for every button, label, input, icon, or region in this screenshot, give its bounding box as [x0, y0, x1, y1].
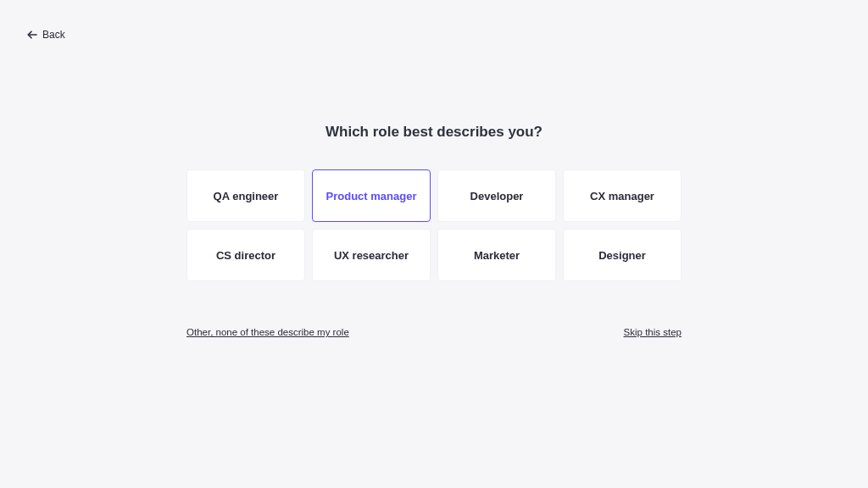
page-heading: Which role best describes you?	[186, 124, 682, 141]
back-label: Back	[42, 29, 65, 41]
role-card-label: Marketer	[474, 249, 520, 262]
footer-row: Other, none of these describe my role Sk…	[186, 327, 682, 337]
role-card-cs-director[interactable]: CS director	[186, 229, 305, 281]
role-card-developer[interactable]: Developer	[437, 169, 556, 222]
role-card-label: Designer	[598, 249, 646, 262]
role-card-cx-manager[interactable]: CX manager	[563, 169, 682, 222]
role-card-marketer[interactable]: Marketer	[437, 229, 556, 281]
role-card-label: CS director	[216, 249, 275, 262]
role-card-label: QA engineer	[214, 190, 279, 202]
role-card-qa-engineer[interactable]: QA engineer	[186, 169, 305, 222]
role-card-label: Developer	[470, 190, 524, 202]
role-card-ux-researcher[interactable]: UX researcher	[312, 229, 431, 281]
role-card-label: Product manager	[326, 190, 417, 202]
skip-step-link[interactable]: Skip this step	[624, 327, 682, 337]
content-column: Which role best describes you? QA engine…	[186, 124, 682, 337]
other-role-link[interactable]: Other, none of these describe my role	[186, 327, 349, 337]
back-button[interactable]: Back	[27, 29, 65, 41]
role-card-designer[interactable]: Designer	[563, 229, 682, 281]
onboarding-role-page: Which role best describes you? QA engine…	[0, 0, 868, 488]
role-card-label: CX manager	[590, 190, 654, 202]
role-card-product-manager[interactable]: Product manager	[312, 169, 431, 222]
arrow-left-icon	[27, 30, 37, 39]
role-card-label: UX researcher	[334, 249, 409, 262]
roles-grid: QA engineerProduct managerDeveloperCX ma…	[186, 169, 682, 281]
